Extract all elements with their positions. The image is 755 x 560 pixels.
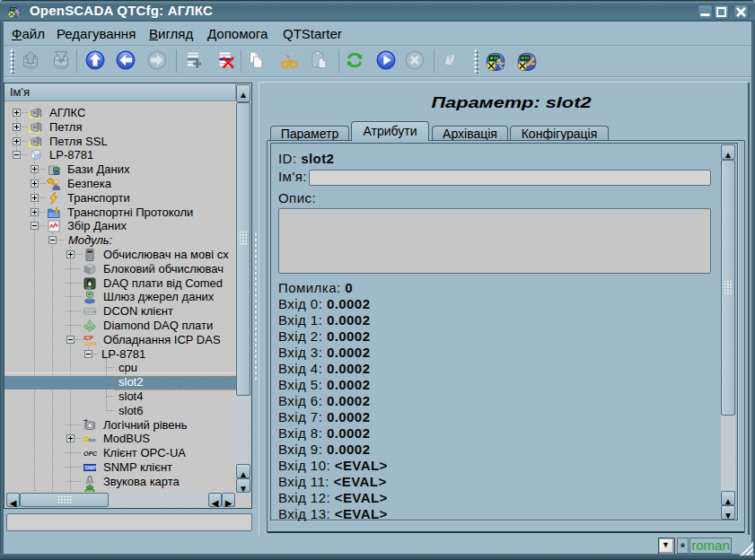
svg-text:DCON: DCON (85, 310, 96, 314)
svg-text:DAS: DAS (85, 341, 97, 346)
svg-text:ICP: ICP (83, 335, 94, 341)
svg-text:OPC: OPC (83, 451, 97, 457)
svg-text:com: com (85, 285, 91, 289)
svg-text:bus: bus (89, 438, 96, 442)
svg-text:SNMP: SNMP (84, 466, 96, 470)
